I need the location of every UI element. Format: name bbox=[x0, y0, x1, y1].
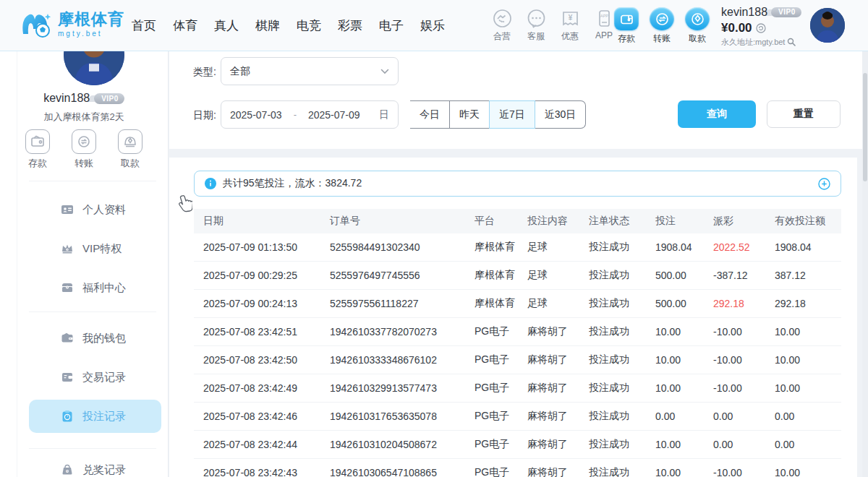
records-panel: 共计95笔投注，流水：3824.72 日期 订单号 平台 投注内容 注单状态 投… bbox=[169, 158, 857, 477]
app-label: APP bbox=[595, 30, 613, 40]
nav-wallet-group: 存款 转账 取款 bbox=[614, 7, 710, 45]
cell-payout: 0.00 bbox=[713, 411, 775, 422]
main-nav-menu: 首页 体育 真人 棋牌 电竞 彩票 电子 娱乐 bbox=[132, 0, 445, 51]
type-select-value: 全部 bbox=[230, 65, 250, 78]
chat-icon bbox=[527, 9, 546, 28]
date-shortcut-label: 今日 bbox=[420, 108, 440, 121]
cell-status: 投注成功 bbox=[589, 325, 655, 338]
date-shortcut-button[interactable]: 近7日 bbox=[489, 100, 535, 129]
table-row[interactable]: 2025-07-08 23:42:44 1942610310204508672 … bbox=[194, 431, 841, 459]
cell-status: 投注成功 bbox=[589, 297, 655, 310]
cell-date: 2025-07-09 01:13:50 bbox=[194, 241, 330, 253]
promo-label: 优惠 bbox=[561, 30, 579, 43]
table-row[interactable]: 2025-07-08 23:42:51 1942610337782070273 … bbox=[194, 318, 841, 346]
table-row[interactable]: 2025-07-08 23:42:46 1942610317653635078 … bbox=[194, 403, 841, 431]
reset-button[interactable]: 重置 bbox=[767, 100, 841, 128]
date-range-input[interactable]: 2025-07-03 - 2025-07-09 日 bbox=[221, 100, 399, 129]
withdraw-outline-icon bbox=[118, 129, 142, 154]
cell-platform: PG电子 bbox=[475, 438, 527, 451]
handshake-icon bbox=[493, 9, 512, 28]
cell-valid-bet: 292.18 bbox=[775, 298, 841, 309]
promo-button[interactable]: ¥ 优惠 bbox=[556, 9, 584, 43]
cell-bet-content: 麻将胡了 bbox=[527, 466, 589, 477]
page-scrollbar[interactable] bbox=[862, 51, 868, 477]
sidebar-item-vip[interactable]: VIP特权 bbox=[29, 232, 161, 265]
cell-date: 2025-07-08 23:42:46 bbox=[194, 411, 330, 422]
nav-item-lottery[interactable]: 彩票 bbox=[338, 17, 362, 34]
cell-payout: 2022.52 bbox=[713, 241, 775, 253]
scrollbar-thumb[interactable] bbox=[863, 73, 867, 181]
cell-payout: 292.18 bbox=[713, 298, 775, 309]
date-separator: - bbox=[294, 109, 297, 120]
type-select[interactable]: 全部 bbox=[221, 57, 399, 85]
cell-order-number: 1942610333348676102 bbox=[330, 354, 475, 366]
table-row[interactable]: 2025-07-08 23:42:50 1942610333348676102 … bbox=[194, 346, 841, 374]
cell-date: 2025-07-08 23:42:49 bbox=[194, 382, 330, 394]
export-icon[interactable] bbox=[818, 178, 830, 190]
withdraw-button[interactable]: 取款 bbox=[685, 7, 710, 45]
sidebar-item-wallet[interactable]: 我的钱包 bbox=[29, 322, 161, 355]
cell-status: 投注成功 bbox=[589, 410, 655, 423]
cell-bet-amount: 10.00 bbox=[655, 326, 713, 338]
avatar[interactable] bbox=[810, 8, 845, 43]
sidebar-quick-actions: 存款 转账 取款 bbox=[0, 129, 168, 170]
sidebar-divider bbox=[29, 181, 156, 181]
cell-valid-bet: 1908.04 bbox=[775, 241, 841, 253]
nav-item-entertainment[interactable]: 娱乐 bbox=[420, 17, 445, 34]
cell-platform: PG电子 bbox=[475, 466, 527, 477]
nav-item-esports[interactable]: 电竞 bbox=[297, 17, 321, 34]
date-shortcut-button[interactable]: 今日 bbox=[410, 100, 450, 129]
cell-valid-bet: 10.00 bbox=[775, 326, 841, 338]
date-shortcut-button[interactable]: 昨天 bbox=[450, 100, 490, 129]
nav-utility-group: 合营 客服 ¥ 优惠 APP bbox=[488, 9, 618, 43]
sidebar-transfer-button[interactable]: 转账 bbox=[68, 129, 100, 170]
sidebar-item-profile[interactable]: 个人资料 bbox=[29, 193, 161, 226]
nav-item-home[interactable]: 首页 bbox=[132, 17, 156, 34]
sidebar-item-betting-records[interactable]: 投注记录 bbox=[29, 400, 161, 433]
table-header-cell: 日期 bbox=[194, 215, 330, 228]
deposit-outline-icon bbox=[25, 129, 50, 154]
query-button[interactable]: 查询 bbox=[678, 100, 756, 128]
brand-logo[interactable]: 摩根体育 mgty.bet bbox=[19, 8, 124, 41]
sidebar-deposit-button[interactable]: 存款 bbox=[22, 129, 54, 170]
table-row[interactable]: 2025-07-09 00:29:25 5255976497745556 摩根体… bbox=[194, 262, 841, 290]
cell-status: 投注成功 bbox=[589, 269, 655, 282]
refresh-balance-icon[interactable] bbox=[756, 23, 766, 33]
cell-status: 投注成功 bbox=[589, 241, 655, 254]
sidebar-withdraw-button[interactable]: 取款 bbox=[114, 129, 146, 170]
partnership-button[interactable]: 合营 bbox=[488, 9, 516, 43]
cell-bet-amount: 10.00 bbox=[655, 467, 713, 477]
table-row[interactable]: 2025-07-09 01:13:50 5255984491302340 摩根体… bbox=[194, 233, 841, 262]
table-row[interactable]: 2025-07-08 23:42:43 1942610306547108865 … bbox=[194, 459, 841, 477]
nav-item-sports[interactable]: 体育 bbox=[173, 17, 197, 34]
cell-platform: PG电子 bbox=[475, 410, 527, 423]
nav-item-cards[interactable]: 棋牌 bbox=[255, 17, 280, 34]
nav-item-live[interactable]: 真人 bbox=[214, 17, 239, 34]
cell-order-number: 1942610337782070273 bbox=[330, 326, 475, 338]
user-info-block[interactable]: kevin188 VIP0 ¥0.00 永久地址:mgty.bet bbox=[721, 7, 801, 46]
cell-payout: -387.12 bbox=[713, 270, 775, 281]
cell-payout: 0.00 bbox=[713, 439, 775, 450]
sidebar-item-prize-records[interactable]: 兑 兑奖记录 bbox=[29, 453, 161, 477]
type-filter-label: 类型: bbox=[193, 66, 216, 79]
transfer-button[interactable]: 转账 bbox=[650, 7, 674, 45]
date-filter-label: 日期: bbox=[193, 109, 216, 122]
sidebar-item-transactions[interactable]: 交易记录 bbox=[29, 361, 161, 394]
table-header-cell: 派彩 bbox=[713, 215, 775, 228]
cell-date: 2025-07-08 23:42:51 bbox=[194, 326, 330, 338]
nav-item-slots[interactable]: 电子 bbox=[379, 17, 404, 34]
perma-address-text: 永久地址:mgty.bet bbox=[721, 38, 785, 46]
cell-platform: PG电子 bbox=[475, 325, 527, 338]
support-button[interactable]: 客服 bbox=[522, 9, 550, 43]
table-row[interactable]: 2025-07-08 23:42:49 1942610329913577473 … bbox=[194, 374, 841, 403]
prize-bag-icon: 兑 bbox=[61, 463, 74, 476]
search-icon[interactable] bbox=[787, 38, 796, 46]
svg-text:APP: APP bbox=[600, 14, 608, 18]
sidebar-item-welfare[interactable]: 福利中心 bbox=[29, 271, 161, 304]
date-shortcut-button[interactable]: 近30日 bbox=[535, 100, 587, 129]
logo-icon bbox=[19, 8, 52, 41]
cell-order-number: 5255976497745556 bbox=[330, 270, 475, 281]
cell-bet-amount: 10.00 bbox=[655, 382, 713, 394]
deposit-button[interactable]: 存款 bbox=[614, 7, 639, 45]
table-row[interactable]: 2025-07-09 00:24:13 5255975561118227 摩根体… bbox=[194, 290, 841, 318]
